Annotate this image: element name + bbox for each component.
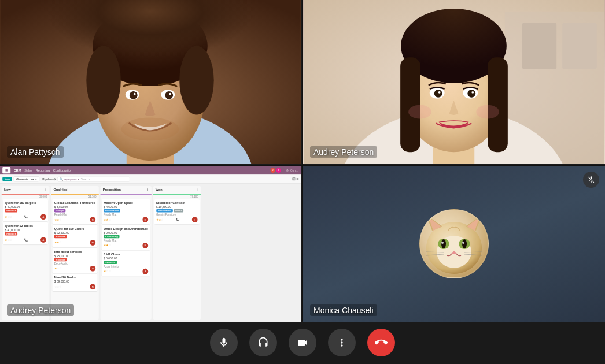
card-info-services[interactable]: Info about services $ 25,000.00 Product …	[52, 248, 97, 273]
notification-badges: 2 4	[270, 168, 281, 173]
card-tables-stars: ★☆☆	[5, 238, 12, 242]
tile-audrey: Audrey Peterson	[303, 0, 605, 165]
card-info-services-title: Info about services	[54, 250, 95, 254]
col-new-add[interactable]: +	[45, 188, 47, 192]
card-office-design[interactable]: Office Design and Architecture $ 9,000.0…	[102, 225, 150, 250]
mic-button[interactable]	[210, 329, 238, 356]
my-company-label: My Com...	[286, 169, 298, 172]
card-distributor-icons: 📞	[176, 218, 179, 221]
svg-point-11	[165, 91, 173, 99]
card-20desks-title: Need 20 Desks	[54, 276, 95, 279]
card-distributor-avatar: G	[192, 217, 198, 222]
card-carpets-title: Quote for 150 carpets	[5, 201, 46, 205]
card-global-title: Global Solutions: Furnitures	[54, 201, 95, 205]
card-global[interactable]: Global Solutions: Furnitures $ 3,800.00 …	[52, 199, 97, 224]
svg-rect-25	[400, 57, 420, 152]
odoo-icon: ▦	[2, 167, 10, 173]
card-distributor-stars: ★★☆	[156, 218, 164, 221]
new-button[interactable]: New	[2, 177, 12, 181]
card-vp-chairs-title: 6 VP Chairs	[104, 253, 148, 257]
crm-nav-configuration[interactable]: Configuration	[53, 169, 72, 172]
bottom-bar	[0, 321, 605, 364]
kanban-col-qualified: Qualified + 51,300 Global Solutions: Fur…	[51, 186, 99, 320]
card-600chairs-footer: ★★☆ M	[54, 240, 95, 246]
mute-svg	[587, 176, 595, 184]
col-qualified-add[interactable]: +	[94, 188, 97, 192]
kanban-board: New + 80,000 Quote for 150 carpets $ 40,…	[0, 184, 301, 322]
alan-name: Alan Pattysch	[7, 146, 64, 158]
card-office-design-footer: ★★☆ R	[104, 243, 148, 248]
card-carpets[interactable]: Quote for 150 carpets $ 40,000.00 Produc…	[3, 199, 48, 221]
svg-point-43	[441, 239, 446, 248]
col-new-label: New	[4, 188, 11, 192]
card-600chairs-title: Quote for 600 Chairs	[54, 227, 95, 231]
card-info-services-amount: $ 25,000.00	[54, 254, 95, 257]
card-carpets-avatar: A	[40, 214, 46, 220]
card-distributor-title: Distributor Contract	[156, 201, 197, 205]
svg-rect-18	[522, 23, 557, 69]
col-proposition-label: Proposition	[103, 188, 121, 192]
crm-nav-crm[interactable]: CRM	[14, 169, 21, 172]
headphone-icon	[257, 337, 269, 348]
svg-rect-19	[562, 23, 597, 69]
search-placeholder: Search...	[80, 177, 92, 180]
card-distributor-amount: $ 19,800.00	[156, 206, 197, 209]
card-20desks[interactable]: Need 20 Desks $ 69,000.00 ☆☆☆ N	[52, 274, 97, 291]
card-open-space-title: Modern Open Space	[104, 201, 148, 205]
svg-point-10	[130, 91, 138, 99]
card-vp-chairs-tag: Services	[104, 261, 117, 265]
col-won-amount: 79,100	[153, 195, 201, 198]
card-tables-footer: ★☆☆ 📞 A	[5, 237, 46, 243]
crm-nav-reporting[interactable]: Reporting	[36, 169, 50, 172]
card-open-space[interactable]: Modern Open Space $ 4,600.00 Information…	[102, 199, 150, 224]
card-600chairs-tag: Product	[54, 235, 67, 239]
audrey-face-svg	[303, 0, 605, 164]
view-toggle[interactable]: ⊞ ≡	[292, 177, 299, 181]
badge-red: 2	[270, 168, 275, 173]
svg-point-30	[467, 90, 475, 98]
card-600chairs[interactable]: Quote for 600 Chairs $ 22,500.00 Product…	[52, 225, 97, 247]
card-vp-chairs-stars: ★☆☆	[104, 270, 111, 273]
card-tables-tag: Product	[5, 232, 17, 236]
card-tables-title: Quote for 12 Tables	[5, 224, 46, 228]
svg-point-31	[438, 91, 441, 94]
headphone-button[interactable]	[249, 329, 277, 356]
col-new-amount: 80,000	[2, 195, 50, 198]
search-icon: 🔍	[60, 177, 63, 181]
tile-alan: Alan Pattysch	[0, 0, 302, 165]
screen-share-name: Audrey Peterson	[7, 304, 74, 316]
camera-button[interactable]	[289, 329, 316, 356]
card-global-stars: ★★☆	[54, 218, 62, 221]
col-won-header: Won +	[153, 186, 201, 195]
col-won-add[interactable]: +	[196, 188, 198, 192]
card-distributor[interactable]: Distributor Contract $ 19,800.00 Informa…	[154, 199, 200, 224]
card-vp-chairs[interactable]: 6 VP Chairs $ 5,600.00 Services Azure In…	[102, 251, 150, 276]
monica-video	[303, 166, 605, 322]
svg-point-12	[134, 93, 136, 95]
more-icon	[336, 337, 348, 348]
audrey-top-name: Audrey Peterson	[310, 146, 377, 158]
card-info-services-footer: ★☆☆ D	[54, 266, 95, 272]
end-call-button[interactable]	[367, 329, 395, 356]
card-600chairs-stars: ★★☆	[54, 241, 62, 244]
card-vp-chairs-footer: ★☆☆ A	[104, 269, 148, 274]
card-carpets-amount: $ 40,000.00	[5, 206, 46, 209]
crm-nav-sales[interactable]: Sales	[24, 169, 32, 172]
crm-toolbar: New Generate Leads Pipeline ⚙ 🔍 My Pipel…	[0, 174, 301, 183]
card-office-design-stars: ★★☆	[104, 244, 111, 247]
card-carpets-icons: 📞	[24, 215, 28, 218]
svg-point-45	[441, 242, 444, 244]
col-proposition-add[interactable]: +	[146, 188, 149, 192]
more-button[interactable]	[328, 329, 356, 356]
card-tables-amount: $ 40,000.00	[5, 229, 46, 232]
kanban-col-won: Won + 79,100 Distributor Contract $ 19,8…	[153, 186, 201, 320]
search-box[interactable]: 🔍 My Pipeline ✕ Search...	[57, 177, 130, 181]
card-tables[interactable]: Quote for 12 Tables $ 40,000.00 Product …	[3, 222, 48, 244]
generate-leads-button[interactable]: Generate Leads	[14, 176, 39, 181]
svg-rect-26	[488, 57, 508, 152]
card-office-design-tag: Consulting	[104, 235, 120, 239]
col-qualified-amount: 51,300	[51, 195, 99, 198]
card-global-tag: Design	[54, 209, 66, 213]
mic-icon	[218, 337, 230, 348]
screen-content: ▦ CRM Sales Reporting Configuration 2 4 …	[0, 166, 301, 322]
